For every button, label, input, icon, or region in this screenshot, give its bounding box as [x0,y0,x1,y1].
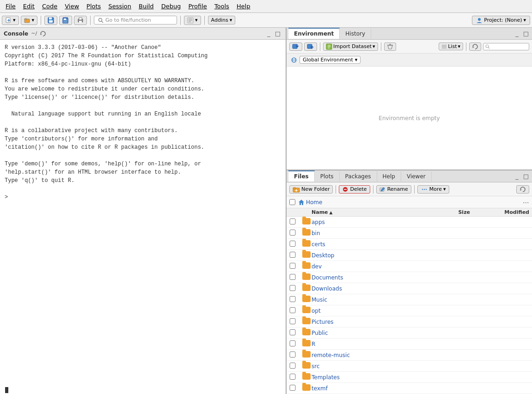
menu-plots[interactable]: Plots [83,1,104,12]
console-refresh-icon[interactable] [40,30,46,37]
file-name[interactable]: src [312,363,320,370]
menu-debug[interactable]: Debug [158,1,185,12]
env-search[interactable] [483,43,529,50]
file-name[interactable]: Templates [312,374,340,381]
console-minimize-button[interactable]: _ [266,30,272,37]
file-checkbox[interactable] [289,218,296,224]
file-checkbox[interactable] [289,307,296,313]
file-row[interactable]: Templates [287,372,532,383]
menu-file[interactable]: File [2,1,19,12]
breadcrumb-checkbox[interactable] [289,199,295,205]
load-workspace-button[interactable] [289,42,302,51]
new-file-arrow[interactable]: ▾ [13,17,16,23]
file-name[interactable]: R [312,341,315,347]
env-maximize-button[interactable]: □ [522,30,530,37]
project-badge[interactable]: Project: (None) ▾ [472,16,530,25]
file-name[interactable]: Documents [312,274,343,281]
open-file-arrow[interactable]: ▾ [32,17,35,23]
console-maximize-button[interactable]: □ [274,30,282,37]
file-name[interactable]: Desktop [312,252,335,259]
tab-environment[interactable]: Environment [288,28,340,39]
project-arrow[interactable]: ▾ [523,17,526,23]
file-row[interactable]: texmf [287,383,532,394]
goto-file-input[interactable]: Go to file/function [94,16,177,24]
menu-code[interactable]: Code [38,1,61,12]
menu-edit[interactable]: Edit [19,1,38,12]
addins-button[interactable]: Addins ▾ [208,16,236,24]
delete-button[interactable]: Delete [339,185,370,194]
save-all-button[interactable] [59,16,72,25]
breadcrumb-home[interactable]: Home [298,199,322,206]
more-button[interactable]: More ▾ [417,185,449,194]
tab-files[interactable]: Files [288,170,315,182]
list-button[interactable]: List ▾ [439,42,463,50]
tab-packages[interactable]: Packages [340,171,377,182]
files-minimize-button[interactable]: _ [514,172,520,180]
new-file-button[interactable]: ▾ [2,16,19,25]
file-checkbox[interactable] [289,252,296,258]
code-section-button[interactable]: ▾ [184,16,201,25]
open-file-button[interactable]: ▾ [21,16,38,25]
env-search-input[interactable] [490,44,527,49]
file-row[interactable]: bin [287,228,532,239]
file-checkbox[interactable] [289,274,296,280]
file-checkbox[interactable] [289,385,296,391]
menu-session[interactable]: Session [104,1,135,12]
file-row[interactable]: Downloads [287,283,532,294]
file-name[interactable]: texmf [312,385,328,392]
file-checkbox[interactable] [289,263,296,269]
env-refresh-button[interactable] [469,42,481,51]
console-prompt-line[interactable] [0,386,286,394]
file-name[interactable]: certs [312,241,325,248]
file-name[interactable]: remote-music [312,352,350,358]
header-name[interactable]: Name ▲ [312,209,437,215]
file-checkbox[interactable] [289,329,296,335]
file-name[interactable]: Music [312,297,327,303]
print-button[interactable] [74,16,87,25]
file-row[interactable]: dev [287,261,532,272]
import-dataset-arrow[interactable]: ▾ [373,43,375,49]
menu-build[interactable]: Build [135,1,158,12]
save-workspace-button[interactable] [304,42,317,51]
file-name[interactable]: bin [312,230,320,236]
file-row[interactable]: Pictures [287,316,532,327]
save-button[interactable] [44,16,57,25]
list-arrow[interactable]: ▾ [458,43,460,49]
code-section-arrow[interactable]: ▾ [195,17,198,23]
file-name[interactable]: Downloads [312,285,342,292]
file-name[interactable]: Public [312,330,328,336]
tab-plots[interactable]: Plots [315,171,340,182]
global-env-dropdown[interactable]: Global Environment ▾ [300,56,361,64]
menu-view[interactable]: View [61,1,83,12]
file-checkbox[interactable] [289,374,296,380]
menu-help[interactable]: Help [233,1,254,12]
file-name[interactable]: opt [312,308,321,314]
menu-profile[interactable]: Profile [184,1,210,12]
addins-arrow[interactable]: ▾ [230,17,232,23]
file-checkbox[interactable] [289,230,296,236]
tab-history[interactable]: History [340,29,371,39]
file-row[interactable]: Desktop [287,250,532,261]
file-row[interactable]: R [287,339,532,350]
file-row[interactable]: remote-music [287,350,532,361]
file-name[interactable]: apps [312,219,325,225]
file-checkbox[interactable] [289,363,296,369]
tab-help[interactable]: Help [377,171,401,182]
breadcrumb-more-button[interactable]: ⋯ [523,199,529,206]
file-row[interactable]: apps [287,217,532,228]
new-folder-button[interactable]: New Folder [289,185,333,194]
file-row[interactable]: src [287,361,532,372]
file-checkbox[interactable] [289,340,296,346]
more-arrow[interactable]: ▾ [443,186,446,192]
file-name[interactable]: Pictures [312,319,334,325]
files-maximize-button[interactable]: □ [522,172,530,180]
tab-viewer[interactable]: Viewer [401,171,432,182]
file-row[interactable]: Documents [287,272,532,283]
file-row[interactable]: Public [287,327,532,339]
header-name-sort[interactable]: Name ▲ [312,209,437,215]
file-row[interactable]: Music [287,294,532,305]
file-checkbox[interactable] [289,241,296,247]
file-checkbox[interactable] [289,318,296,324]
files-refresh-button[interactable] [516,185,529,194]
menu-tools[interactable]: Tools [211,1,233,12]
